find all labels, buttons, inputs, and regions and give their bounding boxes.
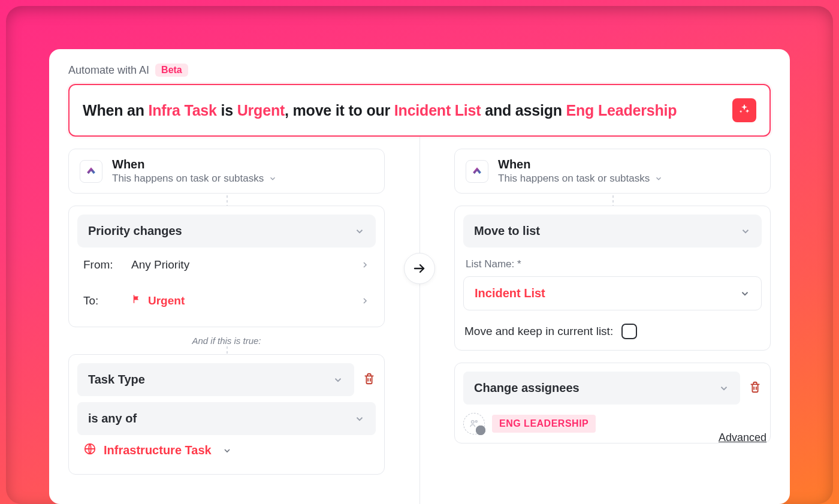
app-logo-icon (80, 160, 102, 183)
add-assignee-button[interactable] (463, 413, 485, 434)
header-title: Automate with AI (68, 64, 149, 77)
trigger-to-row[interactable]: To: Urgent (77, 282, 376, 318)
assignee-chip[interactable]: ENG LEADERSHIP (492, 415, 596, 433)
list-name-select[interactable]: Incident List (463, 276, 762, 310)
from-label: From: (83, 258, 131, 271)
keep-in-list-checkbox[interactable] (621, 324, 637, 339)
svg-point-7 (475, 421, 477, 422)
from-value: Any Priority (131, 258, 360, 271)
condition-card: Task Type is any of (68, 354, 385, 475)
when-title: When (498, 158, 663, 171)
when-card-right[interactable]: When This happens on task or subtasks (454, 149, 771, 194)
condition-value-chip[interactable]: Infrastructure Task (77, 435, 376, 466)
advanced-link[interactable]: Advanced (719, 431, 766, 444)
flow-arrow-icon (404, 253, 435, 284)
chevron-down-icon (719, 383, 729, 394)
trigger-column: When This happens on task or subtasks (68, 149, 385, 503)
keep-in-list-row: Move and keep in current list: (463, 310, 762, 342)
globe-icon (83, 442, 96, 458)
assignees-select[interactable]: Change assignees (463, 372, 740, 405)
when-subtitle[interactable]: This happens on task or subtasks (112, 173, 277, 185)
trigger-from-row[interactable]: From: Any Priority (77, 248, 376, 282)
delete-condition-button[interactable] (363, 372, 376, 388)
when-subtitle[interactable]: This happens on task or subtasks (498, 173, 663, 185)
keep-in-list-label: Move and keep in current list: (464, 325, 613, 338)
assignees-action-card: Change assignees (454, 363, 771, 443)
when-card-left[interactable]: When This happens on task or subtasks (68, 149, 385, 194)
chevron-down-icon (333, 375, 343, 385)
chevron-down-icon (740, 288, 750, 299)
condition-operator-select[interactable]: is any of (77, 402, 376, 435)
svg-point-6 (472, 421, 475, 424)
to-label: To: (83, 294, 131, 307)
ai-prompt-input[interactable]: When an Infra Task is Urgent, move it to… (68, 84, 771, 137)
panel-header: Automate with AI Beta (49, 59, 790, 84)
chevron-down-icon (268, 174, 277, 183)
chevron-down-icon (354, 226, 365, 237)
sparkle-icon (738, 103, 750, 117)
column-divider (420, 137, 420, 504)
chevron-down-icon (354, 414, 365, 424)
trigger-select[interactable]: Priority changes (77, 215, 376, 248)
chevron-down-icon (222, 446, 232, 455)
chevron-right-icon (360, 296, 370, 306)
chevron-down-icon (654, 174, 663, 183)
app-logo-icon (466, 160, 488, 183)
action-column: When This happens on task or subtasks (454, 149, 771, 503)
flag-icon (131, 294, 142, 307)
to-value: Urgent (148, 294, 185, 307)
and-if-label: And if this is true: (68, 336, 385, 346)
beta-badge: Beta (155, 64, 188, 77)
chevron-down-icon (740, 226, 751, 237)
action-select[interactable]: Move to list (463, 215, 762, 248)
trigger-card: Priority changes From: Any Priority (68, 206, 385, 327)
move-action-card: Move to list List Name: * Incident List (454, 206, 771, 351)
when-title: When (112, 158, 277, 171)
delete-action-button[interactable] (749, 381, 762, 396)
condition-field-select[interactable]: Task Type (77, 363, 354, 396)
list-name-label: List Name: * (463, 256, 762, 276)
chevron-right-icon (360, 260, 370, 270)
ai-generate-button[interactable] (732, 98, 756, 122)
ai-prompt-text: When an Infra Task is Urgent, move it to… (83, 102, 677, 119)
